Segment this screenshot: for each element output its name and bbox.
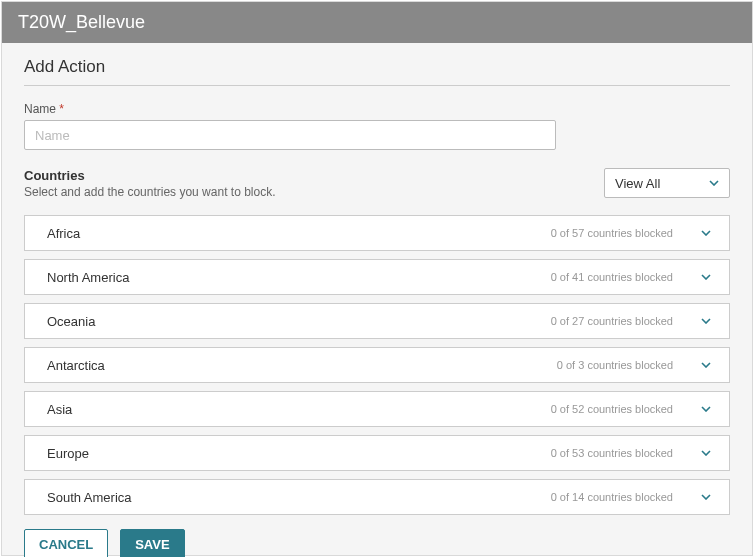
region-name: Africa bbox=[47, 226, 80, 241]
region-row-africa[interactable]: Africa 0 of 57 countries blocked bbox=[24, 215, 730, 251]
region-row-right: 0 of 53 countries blocked bbox=[551, 447, 711, 459]
cancel-button[interactable]: CANCEL bbox=[24, 529, 108, 557]
region-row-right: 0 of 14 countries blocked bbox=[551, 491, 711, 503]
section-title: Add Action bbox=[24, 57, 730, 77]
page-title: T20W_Bellevue bbox=[18, 12, 145, 32]
region-name: Asia bbox=[47, 402, 72, 417]
region-status: 0 of 41 countries blocked bbox=[551, 271, 673, 283]
region-list: Africa 0 of 57 countries blocked North A… bbox=[24, 215, 730, 515]
region-row-asia[interactable]: Asia 0 of 52 countries blocked bbox=[24, 391, 730, 427]
chevron-down-icon bbox=[701, 318, 711, 324]
region-name: South America bbox=[47, 490, 132, 505]
region-status: 0 of 27 countries blocked bbox=[551, 315, 673, 327]
required-asterisk: * bbox=[59, 102, 64, 116]
chevron-down-icon bbox=[701, 274, 711, 280]
chevron-down-icon bbox=[701, 494, 711, 500]
region-row-right: 0 of 57 countries blocked bbox=[551, 227, 711, 239]
content-area: Add Action Name * Countries Select and a… bbox=[2, 43, 752, 557]
countries-heading: Countries bbox=[24, 168, 276, 183]
region-status: 0 of 14 countries blocked bbox=[551, 491, 673, 503]
region-row-right: 0 of 41 countries blocked bbox=[551, 271, 711, 283]
name-input[interactable] bbox=[24, 120, 556, 150]
countries-header-row: Countries Select and add the countries y… bbox=[24, 168, 730, 199]
region-row-right: 0 of 52 countries blocked bbox=[551, 403, 711, 415]
chevron-down-icon bbox=[701, 230, 711, 236]
region-row-right: 0 of 3 countries blocked bbox=[557, 359, 711, 371]
countries-header-text: Countries Select and add the countries y… bbox=[24, 168, 276, 199]
app-frame: T20W_Bellevue Add Action Name * Countrie… bbox=[1, 1, 753, 556]
name-field-label-text: Name bbox=[24, 102, 56, 116]
view-filter-selected: View All bbox=[615, 176, 660, 191]
region-status: 0 of 3 countries blocked bbox=[557, 359, 673, 371]
region-name: Antarctica bbox=[47, 358, 105, 373]
chevron-down-icon bbox=[701, 362, 711, 368]
region-name: Oceania bbox=[47, 314, 95, 329]
region-row-europe[interactable]: Europe 0 of 53 countries blocked bbox=[24, 435, 730, 471]
region-row-oceania[interactable]: Oceania 0 of 27 countries blocked bbox=[24, 303, 730, 339]
header-bar: T20W_Bellevue bbox=[2, 2, 752, 43]
region-status: 0 of 52 countries blocked bbox=[551, 403, 673, 415]
chevron-down-icon bbox=[709, 180, 719, 186]
chevron-down-icon bbox=[701, 450, 711, 456]
region-name: North America bbox=[47, 270, 129, 285]
divider bbox=[24, 85, 730, 86]
region-row-antarctica[interactable]: Antarctica 0 of 3 countries blocked bbox=[24, 347, 730, 383]
view-filter-select[interactable]: View All bbox=[604, 168, 730, 198]
region-name: Europe bbox=[47, 446, 89, 461]
chevron-down-icon bbox=[701, 406, 711, 412]
countries-subtext: Select and add the countries you want to… bbox=[24, 185, 276, 199]
region-row-north-america[interactable]: North America 0 of 41 countries blocked bbox=[24, 259, 730, 295]
button-row: CANCEL SAVE bbox=[24, 529, 730, 557]
region-status: 0 of 57 countries blocked bbox=[551, 227, 673, 239]
region-status: 0 of 53 countries blocked bbox=[551, 447, 673, 459]
save-button[interactable]: SAVE bbox=[120, 529, 184, 557]
name-field-label: Name * bbox=[24, 102, 730, 116]
region-row-right: 0 of 27 countries blocked bbox=[551, 315, 711, 327]
region-row-south-america[interactable]: South America 0 of 14 countries blocked bbox=[24, 479, 730, 515]
